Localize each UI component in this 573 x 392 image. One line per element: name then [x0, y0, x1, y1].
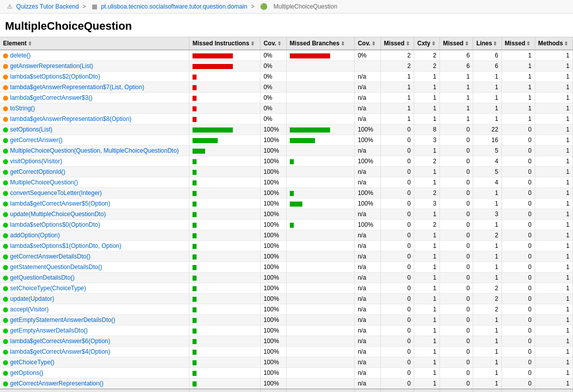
element-link[interactable]: getOptions(): [10, 369, 43, 376]
table-footer: Total 66 of 369 82% 4 of 32 87% 9 48 13 …: [0, 389, 573, 392]
coverage-dot: [3, 106, 8, 111]
table-row: getCorrectAnswerDetailsDto()100%n/a01010…: [0, 251, 573, 262]
cov-instr-value: 100%: [260, 294, 286, 304]
methods: 1: [535, 283, 572, 294]
element-link[interactable]: visitOptions(Visitor): [10, 158, 62, 165]
missed-cxty: 0: [380, 177, 414, 188]
element-link[interactable]: getAnswerRepresentation(List): [10, 62, 93, 70]
table-row: setOptions(List)100%100%0802201: [0, 124, 573, 135]
cov-branches-value: [354, 61, 380, 72]
methods: 1: [535, 146, 572, 156]
missed-cxty: 0: [380, 220, 414, 230]
element-link[interactable]: getStatementQuestionDetailsDto(): [10, 264, 102, 271]
methods: 1: [535, 294, 572, 304]
cxty: 1: [414, 251, 440, 262]
element-link[interactable]: addOption(Option): [10, 232, 60, 239]
cxty: 1: [414, 209, 440, 220]
element-link[interactable]: getEmptyAnswerDetailsDto(): [10, 327, 88, 334]
element-link[interactable]: accept(Visitor): [10, 306, 48, 313]
cov-instr-value: 0%: [260, 93, 286, 103]
cov-branches-value: n/a: [354, 209, 380, 220]
breadcrumb-link-root[interactable]: Quizzes Tutor Backend: [16, 3, 79, 10]
element-link[interactable]: lambda$getCorrectAnswer$3(): [10, 94, 92, 101]
col-header-missed-branches[interactable]: Missed Branches ⇕: [286, 37, 354, 50]
col-header-missed-instr[interactable]: Missed Instructions ⇕: [189, 37, 260, 50]
breadcrumb-current: MultipleChoiceQuestion: [274, 3, 338, 10]
col-header-missed-methods[interactable]: Missed ⇕: [501, 37, 535, 50]
col-header-cxty[interactable]: Cxty ⇕: [414, 37, 440, 50]
missed-lines: 0: [439, 357, 473, 368]
sort-icon-cov-instr: ⇕: [277, 41, 281, 46]
element-link[interactable]: getCorrectOptionId(): [10, 168, 65, 175]
lines: 1: [473, 357, 501, 368]
sort-icon-missed-instr: ⇕: [250, 41, 254, 46]
cov-instr-value: 100%: [260, 336, 286, 347]
element-link[interactable]: lambda$getAnswerRepresentation$7(List, O…: [10, 84, 144, 91]
cxty: 3: [414, 199, 440, 209]
col-header-lines[interactable]: Lines ⇕: [473, 37, 501, 50]
element-link[interactable]: update(Updator): [10, 295, 54, 302]
cov-instr-value: 0%: [260, 72, 286, 82]
element-link[interactable]: getCorrectAnswerRepresentation(): [10, 380, 103, 387]
element-link[interactable]: MultipleChoiceQuestion(): [10, 179, 78, 186]
missed-cxty: 0: [380, 304, 414, 315]
element-link[interactable]: lambda$getAnswerRepresentation$8(Option): [10, 115, 132, 122]
element-link[interactable]: MultipleChoiceQuestion(Question, Multipl…: [10, 147, 179, 154]
element-link[interactable]: update(MultipleChoiceQuestionDto): [10, 211, 106, 218]
cov-branches-value: n/a: [354, 368, 380, 378]
element-link[interactable]: lambda$getCorrectAnswer$6(Option): [10, 338, 110, 345]
breadcrumb-link-package[interactable]: pt.ulisboa.tecnico.socialsoftware.tutor.…: [101, 3, 247, 10]
coverage-dot: [3, 381, 8, 386]
element-link[interactable]: getCorrectAnswer(): [10, 137, 62, 144]
missed-branches-bar: [286, 283, 354, 294]
element-link[interactable]: lambda$setOptions$0(OptionDto): [10, 221, 100, 228]
coverage-dot: [3, 117, 8, 122]
missed-lines: 0: [439, 262, 473, 273]
missed-branches-bar: [286, 368, 354, 378]
lines: 1: [473, 241, 501, 251]
element-link[interactable]: lambda$getCorrectAnswer$4(Option): [10, 348, 110, 355]
element-link[interactable]: convertSequenceToLetter(Integer): [10, 189, 102, 197]
element-link[interactable]: lambda$setOptions$1(OptionDto, Option): [10, 242, 121, 249]
col-header-cov-instr[interactable]: Cov. ⇕: [260, 37, 286, 50]
table-row: MultipleChoiceQuestion(Question, Multipl…: [0, 146, 573, 156]
col-header-cov-branches[interactable]: Cov. ⇕: [354, 37, 380, 50]
element-link[interactable]: delete(): [10, 52, 31, 59]
lines: 1: [473, 114, 501, 124]
col-header-missed-cxty[interactable]: Missed ⇕: [380, 37, 414, 50]
coverage-dot: [3, 233, 8, 238]
missed-instr-bar: [189, 114, 260, 124]
cxty: 1: [414, 93, 440, 103]
col-header-missed-lines[interactable]: Missed ⇕: [439, 37, 473, 50]
methods: 1: [535, 230, 572, 241]
cov-instr-value: 100%: [260, 188, 286, 199]
cov-branches-value: n/a: [354, 82, 380, 93]
cov-instr-value: 0%: [260, 50, 286, 61]
element-link[interactable]: getCorrectAnswerDetailsDto(): [10, 253, 90, 260]
cov-instr-value: 100%: [260, 167, 286, 177]
element-link[interactable]: getChoiceType(): [10, 359, 54, 366]
missed-cxty: 0: [380, 230, 414, 241]
table-row: visitOptions(Visitor)100%100%020401: [0, 156, 573, 167]
table-row: lambda$getCorrectAnswer$3()0%n/a111111: [0, 93, 573, 103]
lines: 5: [473, 146, 501, 156]
cov-branches-value: n/a: [354, 262, 380, 273]
element-link[interactable]: toString(): [10, 105, 35, 112]
table-row: convertSequenceToLetter(Integer)100%100%…: [0, 188, 573, 199]
element-link[interactable]: setChoiceType(ChoiceType): [10, 285, 86, 292]
element-link[interactable]: setOptions(List): [10, 126, 52, 133]
element-link[interactable]: getEmptyStatementAnswerDetailsDto(): [10, 316, 115, 323]
col-header-element[interactable]: Element ⇕: [0, 37, 189, 50]
table-row: lambda$setOptions$2(OptionDto)0%n/a11111…: [0, 72, 573, 82]
cov-instr-value: 100%: [260, 177, 286, 188]
element-link[interactable]: getQuestionDetailsDto(): [10, 274, 75, 281]
methods: 1: [535, 124, 572, 135]
cxty: 1: [414, 72, 440, 82]
cxty: 3: [414, 135, 440, 146]
col-header-methods[interactable]: Methods ⇕: [535, 37, 572, 50]
missed-cxty: 0: [380, 273, 414, 283]
element-link[interactable]: lambda$setOptions$2(OptionDto): [10, 73, 100, 80]
missed-branches-bar: [286, 61, 354, 72]
cxty: 1: [414, 325, 440, 336]
element-link[interactable]: lambda$getCorrectAnswer$5(Option): [10, 200, 110, 207]
